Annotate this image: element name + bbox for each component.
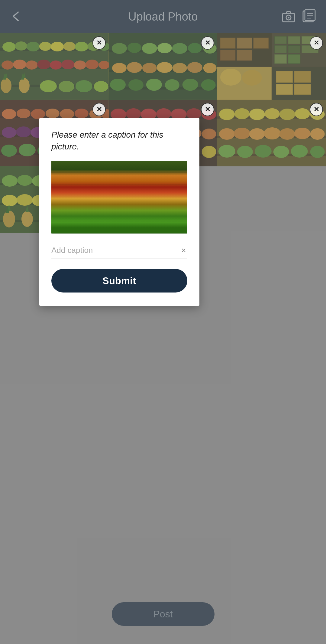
svg-point-206 [84,203,96,220]
submit-button[interactable]: Submit [51,269,187,293]
close-photo-5[interactable]: ✕ [201,103,214,116]
svg-point-189 [97,168,111,176]
svg-point-191 [126,168,140,176]
caption-dialog: Please enter a caption for this picture. [39,118,199,306]
svg-point-196 [68,185,83,195]
close-photo-1[interactable]: ✕ [92,36,106,50]
caption-input[interactable] [51,244,180,256]
close-photo-6[interactable]: ✕ [310,103,323,116]
svg-point-188 [82,168,97,177]
svg-rect-185 [51,211,187,213]
svg-point-207 [105,207,124,221]
svg-point-194 [170,168,183,177]
svg-rect-183 [51,175,187,178]
svg-point-190 [111,168,126,177]
svg-point-200 [129,185,143,195]
svg-point-210 [158,208,176,221]
svg-point-208 [123,208,141,221]
svg-point-186 [53,168,68,177]
svg-point-202 [159,185,173,195]
svg-point-195 [53,185,68,196]
svg-point-211 [174,207,187,221]
svg-point-197 [83,185,98,196]
svg-point-204 [52,203,64,221]
close-photo-4[interactable]: ✕ [92,103,106,116]
clear-caption-button[interactable]: × [180,246,187,255]
svg-rect-184 [51,194,187,196]
svg-point-199 [113,185,128,196]
modal-backdrop [0,0,326,644]
svg-point-205 [68,203,80,220]
svg-point-201 [144,185,159,196]
close-photo-3[interactable]: ✕ [310,36,323,50]
caption-prompt: Please enter a caption for this picture. [51,129,187,152]
close-photo-2[interactable]: ✕ [201,36,214,50]
selected-photo-preview [51,161,187,234]
svg-point-209 [140,207,159,221]
caption-input-container: × [51,244,187,259]
svg-point-187 [68,168,82,176]
svg-rect-182 [51,161,187,234]
svg-point-192 [140,168,155,177]
svg-point-203 [173,186,186,195]
svg-point-193 [155,168,169,176]
svg-point-198 [98,185,113,195]
